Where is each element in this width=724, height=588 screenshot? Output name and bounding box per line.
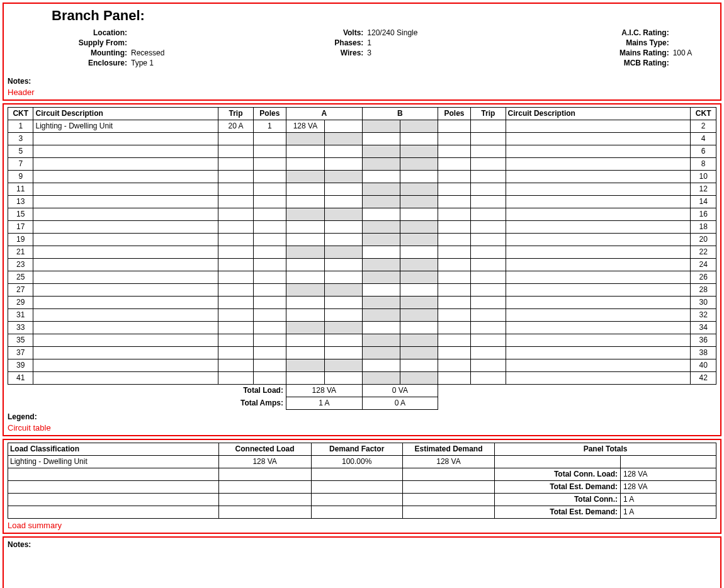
panel-total-value: 1 A bbox=[621, 506, 716, 519]
poles-left bbox=[253, 309, 286, 322]
trip-right bbox=[471, 284, 506, 297]
ckt-left: 27 bbox=[8, 284, 33, 297]
supply-label: Supply From: bbox=[8, 38, 131, 47]
poles-left bbox=[253, 334, 286, 347]
poles-right bbox=[438, 158, 470, 171]
table-row: 1112 bbox=[8, 183, 716, 196]
desc-right bbox=[506, 359, 691, 372]
trip-right bbox=[471, 196, 506, 208]
ckt-right: 24 bbox=[691, 259, 716, 271]
legend-label: Legend: bbox=[8, 410, 716, 421]
phase-a1 bbox=[286, 347, 324, 359]
trip-right bbox=[471, 372, 506, 385]
phase-a2 bbox=[324, 322, 362, 334]
section-label-circuit: Circuit table bbox=[8, 423, 51, 433]
panel-total-label: Total Conn.: bbox=[495, 494, 621, 506]
ckt-right: 38 bbox=[691, 347, 716, 359]
phase-a2 bbox=[324, 309, 362, 322]
ls-class bbox=[8, 481, 219, 494]
phase-b2 bbox=[400, 208, 438, 221]
poles-left bbox=[253, 347, 286, 359]
phase-b2 bbox=[400, 145, 438, 158]
ls-conn bbox=[218, 506, 311, 519]
phase-b1 bbox=[362, 183, 400, 196]
trip-right bbox=[471, 322, 506, 334]
desc-right bbox=[506, 297, 691, 309]
ls-df: 100.00% bbox=[311, 456, 402, 468]
circuit-table: CKT Circuit Description Trip Poles A B P… bbox=[8, 107, 716, 410]
trip-left bbox=[218, 309, 253, 322]
phase-b2 bbox=[400, 334, 438, 347]
ckt-right: 20 bbox=[691, 234, 716, 246]
phase-b2 bbox=[400, 246, 438, 259]
phase-b1 bbox=[362, 158, 400, 171]
poles-right bbox=[438, 309, 470, 322]
phase-b2 bbox=[400, 322, 438, 334]
phase-b1 bbox=[362, 246, 400, 259]
phase-b2 bbox=[400, 221, 438, 234]
wires-value: 3 bbox=[367, 48, 371, 57]
poles-left bbox=[253, 246, 286, 259]
panel-total-value: 1 A bbox=[621, 494, 716, 506]
phase-b1 bbox=[362, 196, 400, 208]
ls-ed bbox=[402, 494, 494, 506]
phase-b2 bbox=[400, 359, 438, 372]
th-a: A bbox=[286, 108, 362, 120]
phase-b2 bbox=[400, 347, 438, 359]
phase-b1 bbox=[362, 133, 400, 145]
section-label-load: Load summary bbox=[8, 521, 62, 530]
poles-left bbox=[253, 183, 286, 196]
ls-df bbox=[311, 481, 402, 494]
total-load-label: Total Load: bbox=[8, 385, 286, 397]
ckt-right: 30 bbox=[691, 297, 716, 309]
table-row: 78 bbox=[8, 158, 716, 171]
phase-a1 bbox=[286, 208, 324, 221]
ckt-right: 42 bbox=[691, 372, 716, 385]
poles-right bbox=[438, 246, 470, 259]
poles-right bbox=[438, 334, 470, 347]
phase-b1 bbox=[362, 271, 400, 284]
th-trip-l: Trip bbox=[218, 108, 253, 120]
table-row: 2526 bbox=[8, 271, 716, 284]
poles-left bbox=[253, 234, 286, 246]
trip-right bbox=[471, 208, 506, 221]
circuit-table-section: CKT Circuit Description Trip Poles A B P… bbox=[3, 103, 721, 436]
trip-left bbox=[218, 246, 253, 259]
ckt-left: 19 bbox=[8, 234, 33, 246]
th-est-demand: Estimated Demand bbox=[402, 443, 494, 456]
phase-a2 bbox=[324, 372, 362, 385]
poles-right bbox=[438, 171, 470, 183]
volts-value: 120/240 Single bbox=[367, 28, 417, 37]
phase-b2 bbox=[400, 196, 438, 208]
ckt-right: 34 bbox=[691, 322, 716, 334]
th-ckt-l: CKT bbox=[8, 108, 33, 120]
table-row: 3334 bbox=[8, 322, 716, 334]
ls-class bbox=[8, 468, 219, 481]
table-row: 1314 bbox=[8, 196, 716, 208]
phase-a2 bbox=[324, 259, 362, 271]
table-row: 3536 bbox=[8, 334, 716, 347]
ckt-right: 26 bbox=[691, 271, 716, 284]
ckt-left: 25 bbox=[8, 271, 33, 284]
desc-left bbox=[33, 158, 218, 171]
mains-type-label: Mains Type: bbox=[480, 38, 673, 47]
ckt-left: 17 bbox=[8, 221, 33, 234]
trip-left bbox=[218, 347, 253, 359]
th-b: B bbox=[362, 108, 438, 120]
phase-b1 bbox=[362, 234, 400, 246]
desc-right bbox=[506, 246, 691, 259]
poles-left bbox=[253, 208, 286, 221]
poles-left bbox=[253, 284, 286, 297]
poles-left bbox=[253, 196, 286, 208]
th-trip-r: Trip bbox=[471, 108, 506, 120]
poles-right bbox=[438, 271, 470, 284]
trip-right bbox=[471, 221, 506, 234]
ckt-right: 18 bbox=[691, 221, 716, 234]
ckt-left: 37 bbox=[8, 347, 33, 359]
ckt-left: 35 bbox=[8, 334, 33, 347]
phase-b1 bbox=[362, 145, 400, 158]
phases-label: Phases: bbox=[244, 38, 367, 47]
table-row: Lighting - Dwelling Unit128 VA100.00%128… bbox=[8, 456, 716, 468]
ckt-left: 21 bbox=[8, 246, 33, 259]
phase-a2 bbox=[324, 145, 362, 158]
